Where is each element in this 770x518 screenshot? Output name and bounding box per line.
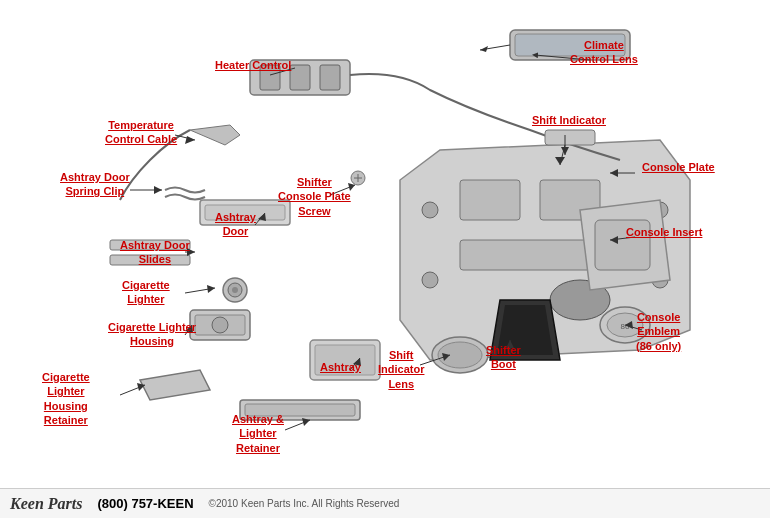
svg-rect-34 [545, 130, 595, 145]
label-cigarette-lighter: CigaretteLighter [122, 278, 170, 307]
footer-copyright: ©2010 Keen Parts Inc. All Rights Reserve… [209, 498, 400, 509]
label-temperature-control-cable: TemperatureControl Cable [105, 118, 177, 147]
label-ashtray: Ashtray [320, 360, 361, 374]
svg-rect-13 [320, 65, 340, 90]
label-ashtray-door-slides: Ashtray DoorSlides [120, 238, 190, 267]
diagram-container: 86 [0, 0, 770, 518]
label-shift-indicator-lens: ShiftIndicatorLens [378, 348, 424, 391]
label-shifter-boot: ShifterBoot [486, 343, 521, 372]
footer-logo: Keen Parts [10, 495, 82, 513]
label-heater-control: Heater Control [215, 58, 291, 72]
label-climate-control-lens: ClimateControl Lens [570, 38, 638, 67]
label-console-plate: Console Plate [642, 160, 715, 174]
label-cigarette-lighter-housing-retainer: CigaretteLighterHousingRetainer [42, 370, 90, 427]
label-shift-indicator: Shift Indicator [532, 113, 606, 127]
label-ashtray-door: AshtrayDoor [215, 210, 256, 239]
label-ashtray-door-spring-clip: Ashtray DoorSpring Clip [60, 170, 130, 199]
label-cigarette-lighter-housing: Cigarette LighterHousing [108, 320, 196, 349]
footer-phone: (800) 757-KEEN [97, 496, 193, 511]
parts-diagram: 86 [0, 0, 770, 488]
svg-point-27 [212, 317, 228, 333]
svg-point-5 [422, 272, 438, 288]
label-ashtray-lighter-retainer: Ashtray &LighterRetainer [232, 412, 284, 455]
label-console-insert: Console Insert [626, 225, 702, 239]
svg-point-4 [422, 202, 438, 218]
label-shifter-console-plate-screw: ShifterConsole PlateScrew [278, 175, 351, 218]
label-console-emblem: ConsoleEmblem(86 only) [636, 310, 681, 353]
footer: Keen Parts (800) 757-KEEN ©2010 Keen Par… [0, 488, 770, 518]
svg-rect-1 [460, 180, 520, 220]
svg-point-24 [232, 287, 238, 293]
